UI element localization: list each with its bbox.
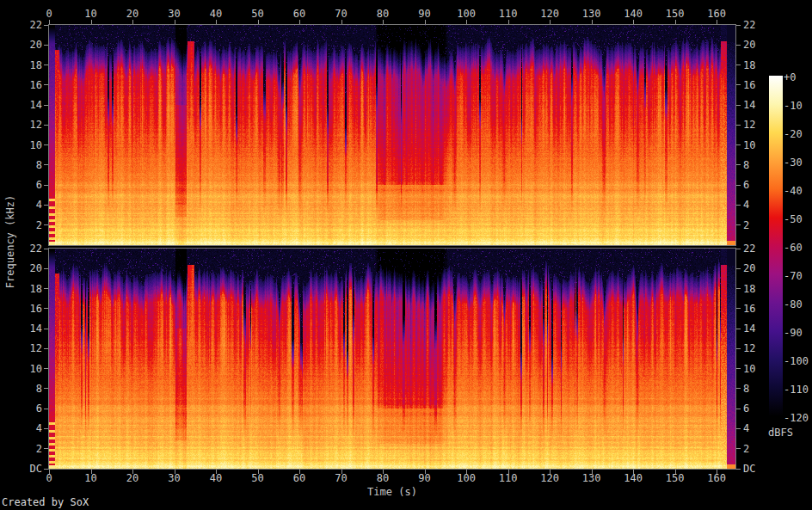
freq-tick-mark-left xyxy=(44,308,48,309)
colorbar-tick-label: +0 xyxy=(784,72,796,83)
freq-tick-label-left: 14 xyxy=(30,100,42,110)
freq-tick-label-left: 4 xyxy=(36,423,42,433)
colorbar-tick-label: -30 xyxy=(784,157,803,168)
freq-tick-label-right: 12 xyxy=(743,343,755,353)
freq-tick-mark-right xyxy=(736,125,741,126)
freq-tick-label-left: 20 xyxy=(30,263,42,273)
freq-tick-mark-right xyxy=(736,45,741,46)
freq-tick-mark-right xyxy=(736,25,741,26)
time-tick-label-top: 100 xyxy=(457,9,476,19)
colorbar-unit-label: dBFS xyxy=(768,427,793,438)
time-tick-label-top: 120 xyxy=(540,9,559,19)
sox-credit-text: Created by SoX xyxy=(2,497,89,507)
colorbar-tick-label: -70 xyxy=(784,271,803,281)
freq-tick-label-right: 4 xyxy=(743,200,749,210)
freq-tick-mark-left xyxy=(44,428,48,429)
freq-tick-label-right: 16 xyxy=(743,304,755,314)
freq-tick-label-left: 4 xyxy=(36,200,42,210)
freq-tick-mark-left xyxy=(44,388,48,389)
freq-tick-mark-right xyxy=(736,164,741,165)
freq-tick-mark-right xyxy=(736,288,741,289)
freq-tick-mark-left xyxy=(44,268,48,269)
freq-tick-label-left: 10 xyxy=(30,364,42,374)
freq-tick-label-right: 14 xyxy=(743,323,755,334)
freq-tick-mark-right xyxy=(736,409,741,409)
freq-tick-mark-left xyxy=(44,185,48,186)
freq-tick-mark-right xyxy=(736,329,741,329)
time-tick-label-top: 90 xyxy=(418,9,430,19)
freq-tick-mark-left xyxy=(44,144,48,145)
freq-tick-mark-left xyxy=(44,205,48,206)
freq-tick-label-right: 10 xyxy=(743,140,755,151)
freq-tick-mark-left xyxy=(44,469,48,470)
freq-tick-label-left: 10 xyxy=(30,140,42,151)
freq-tick-label-left: 16 xyxy=(30,304,42,314)
freq-tick-label-left: 14 xyxy=(30,323,42,334)
freq-tick-mark-right xyxy=(736,469,741,470)
freq-tick-mark-left xyxy=(44,84,48,85)
spectrogram-canvas-channel-2 xyxy=(49,249,735,469)
freq-tick-label-right: 22 xyxy=(743,243,755,254)
freq-tick-label-right: 2 xyxy=(743,444,749,454)
freq-tick-mark-right xyxy=(736,84,741,85)
freq-tick-label-left: 2 xyxy=(36,220,42,230)
freq-tick-label-right: 22 xyxy=(743,20,755,30)
freq-tick-mark-right xyxy=(736,348,741,349)
freq-tick-label-right: 18 xyxy=(743,284,755,294)
freq-tick-label-left: 12 xyxy=(30,120,42,130)
time-tick-label-top: 160 xyxy=(707,9,726,19)
time-tick-mark-top xyxy=(341,20,342,24)
time-tick-mark-top xyxy=(383,20,384,24)
time-tick-label-bottom: 50 xyxy=(251,473,263,483)
freq-tick-mark-right xyxy=(736,388,741,389)
colorbar-tick-label: -40 xyxy=(784,186,803,196)
time-tick-label-bottom: 90 xyxy=(418,473,430,483)
freq-tick-label-left: 18 xyxy=(30,284,42,294)
freq-tick-mark-left xyxy=(44,65,48,65)
freq-tick-mark-right xyxy=(736,205,741,206)
time-tick-label-bottom: 30 xyxy=(168,473,180,483)
time-tick-label-bottom: 40 xyxy=(210,473,222,483)
time-tick-label-top: 60 xyxy=(293,9,305,19)
freq-tick-label-left: 22 xyxy=(30,243,42,254)
time-tick-label-top: 110 xyxy=(499,9,518,19)
freq-tick-label-left: 22 xyxy=(30,20,42,30)
freq-tick-label-left: 20 xyxy=(30,40,42,50)
freq-tick-label-left: 18 xyxy=(30,60,42,71)
time-tick-label-top: 130 xyxy=(582,9,601,19)
spectrogram-plot-upper xyxy=(48,24,736,246)
freq-tick-label-right: 12 xyxy=(743,120,755,130)
time-tick-label-bottom: 130 xyxy=(582,473,601,483)
colorbar-tick-label: -10 xyxy=(784,101,803,111)
time-tick-label-bottom: 100 xyxy=(457,473,476,483)
time-tick-label-top: 70 xyxy=(335,9,347,19)
freq-tick-mark-right xyxy=(736,428,741,429)
freq-tick-mark-right xyxy=(736,448,741,449)
freq-tick-label-right: 6 xyxy=(743,180,749,190)
freq-tick-mark-left xyxy=(44,348,48,349)
time-tick-label-bottom: 10 xyxy=(84,473,96,483)
freq-tick-label-right: 6 xyxy=(743,403,749,414)
time-tick-mark-top xyxy=(466,20,467,24)
time-tick-mark-top xyxy=(425,20,426,24)
colorbar-tick-label: -110 xyxy=(784,384,809,395)
time-tick-label-bottom: 20 xyxy=(126,473,138,483)
freq-tick-mark-left xyxy=(44,448,48,449)
time-tick-label-top: 80 xyxy=(377,9,389,19)
colorbar-tick-label: -80 xyxy=(784,299,803,310)
time-tick-mark-top xyxy=(91,20,92,24)
freq-tick-label-left: 2 xyxy=(36,444,42,454)
freq-tick-label-left: 6 xyxy=(36,180,42,190)
freq-tick-mark-left xyxy=(44,249,48,249)
time-tick-mark-top xyxy=(175,20,175,24)
time-tick-label-bottom: 120 xyxy=(540,473,559,483)
time-tick-label-bottom: 140 xyxy=(624,473,643,483)
freq-tick-label-right: 8 xyxy=(743,384,749,394)
time-tick-label-top: 40 xyxy=(210,9,222,19)
freq-tick-mark-left xyxy=(44,288,48,289)
time-tick-label-bottom: 150 xyxy=(666,473,685,483)
time-tick-label-top: 50 xyxy=(251,9,263,19)
freq-tick-label-left: 6 xyxy=(36,403,42,414)
freq-tick-label-right: 14 xyxy=(743,100,755,110)
time-axis-title: Time (s) xyxy=(49,487,735,497)
